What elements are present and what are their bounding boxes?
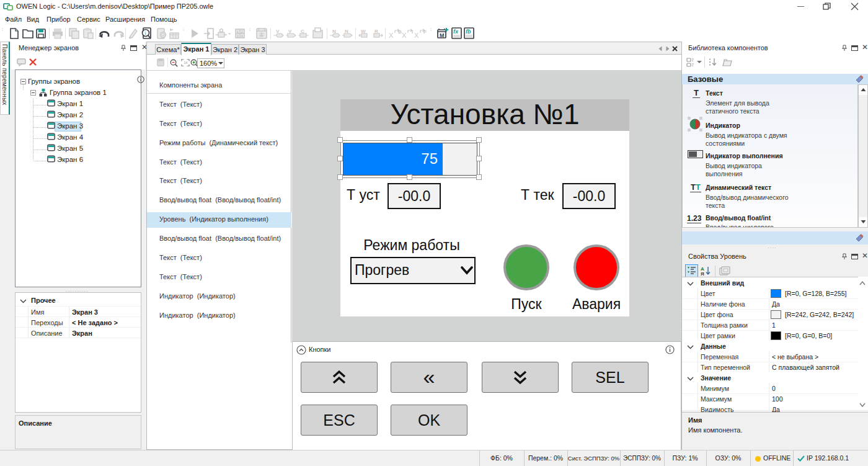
svg-text:fb: fb [466, 29, 471, 35]
svg-text:A: A [260, 33, 264, 38]
svg-text:X: X [389, 32, 394, 39]
svg-text:M: M [440, 32, 445, 38]
svg-text:14: 14 [184, 61, 187, 65]
svg-text:F: F [423, 29, 427, 35]
svg-text:X: X [402, 32, 407, 39]
svg-text:I: I [412, 29, 413, 35]
svg-text:X: X [414, 32, 419, 39]
svg-text:fx: fx [453, 29, 459, 35]
svg-text:Я: Я [701, 271, 704, 276]
